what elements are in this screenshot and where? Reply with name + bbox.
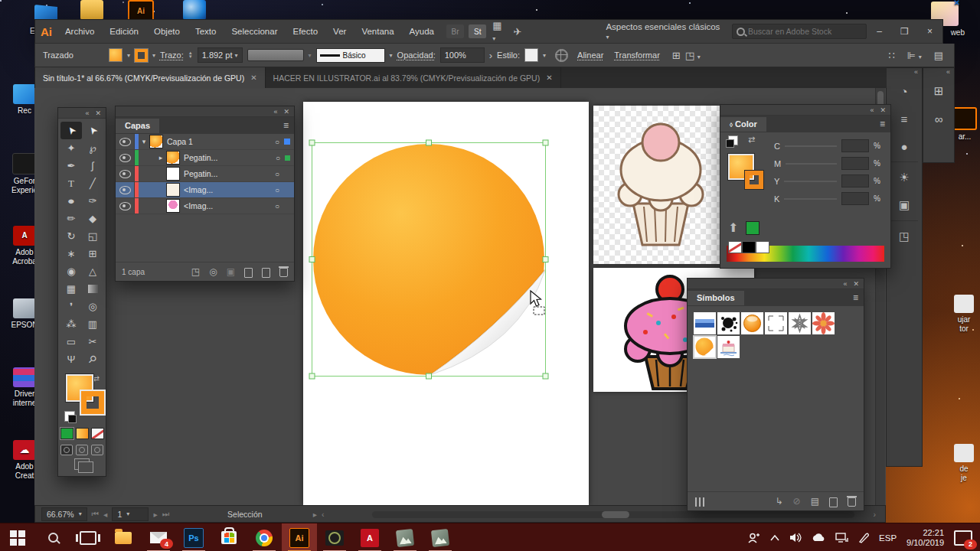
grid-options-icon[interactable]: ∷ [888, 50, 894, 61]
type-tool[interactable]: T [60, 174, 82, 192]
language-indicator[interactable]: ESP [879, 533, 897, 543]
slice-tool[interactable]: ✂ [82, 333, 103, 350]
desktop-icon-right-4[interactable]: de je [948, 444, 980, 483]
close-tab-icon[interactable]: ✕ [546, 73, 552, 82]
layer-thumbnail[interactable] [166, 167, 180, 181]
start-button[interactable] [0, 523, 35, 551]
menu-seleccionar[interactable]: Seleccionar [224, 27, 285, 36]
yellow-slider[interactable] [784, 181, 837, 182]
scrollbar-thumb[interactable] [602, 511, 629, 518]
document-tab-2[interactable]: HACER EN ILLUSTRATOR.ai al 83.79% (CMYK/… [266, 67, 561, 88]
paragraph-panel-icon[interactable]: ≡ [887, 105, 922, 132]
locate-object-icon[interactable]: ◎ [209, 266, 217, 277]
layer-thumbnail[interactable] [166, 151, 180, 165]
paintbrush-tool[interactable]: ✑ [82, 192, 103, 210]
creative-cloud-icon[interactable]: ∞ [923, 105, 954, 132]
layers-tab[interactable]: Capas [116, 119, 159, 133]
expand-chevron-icon[interactable]: ▸ [155, 154, 166, 161]
black-value-field[interactable] [841, 192, 869, 205]
menu-edicion[interactable]: Edición [102, 27, 146, 36]
visibility-toggle[interactable] [116, 182, 135, 197]
color-button[interactable] [60, 428, 74, 439]
menu-archivo[interactable]: Archivo [57, 27, 102, 36]
previous-artboard-icon[interactable]: ◂ [103, 510, 107, 519]
status-expand-icon[interactable]: ▸ [313, 510, 317, 519]
close-tab-icon[interactable]: ✕ [250, 73, 256, 82]
target-circle-icon[interactable]: ○ [271, 154, 285, 162]
magenta-slider[interactable] [786, 163, 837, 165]
mesh-tool[interactable]: ▦ [60, 280, 82, 298]
draw-inside-mode-button[interactable] [91, 445, 103, 455]
bounding-box-icon[interactable]: ⊞ [672, 50, 681, 61]
align-button[interactable]: Alinear [577, 51, 603, 60]
shape-builder-tool[interactable]: ◉ [60, 262, 82, 280]
export-panel-icon[interactable]: ◳ [887, 223, 922, 250]
perspective-grid-tool[interactable]: △ [82, 262, 103, 280]
black-slider[interactable] [784, 198, 837, 200]
layer-name[interactable]: <Imag... [184, 185, 270, 194]
network-display-icon[interactable] [835, 533, 848, 543]
bridge-button[interactable]: Br [446, 24, 464, 38]
transform-button[interactable]: Transformar [614, 51, 660, 60]
photo-app-button[interactable] [387, 523, 423, 551]
pen-icon[interactable] [858, 533, 869, 543]
scale-tool[interactable]: ◱ [82, 227, 103, 245]
adobe-stock-search-input[interactable] [732, 24, 867, 39]
collapse-panel-icon[interactable]: « [273, 108, 277, 116]
delete-layer-icon[interactable] [279, 268, 288, 277]
target-circle-icon[interactable]: ○ [270, 202, 284, 210]
pen-tool[interactable]: ✒ [60, 157, 82, 174]
curvature-tool[interactable]: ∫ [82, 157, 103, 174]
default-fill-stroke-icon[interactable] [64, 411, 75, 422]
magenta-value-field[interactable] [841, 157, 869, 170]
last-color-arrow-icon[interactable]: ⬆ [728, 220, 738, 235]
dock-options-icon[interactable]: ⊫ ▾ [907, 50, 922, 61]
stroke-swatch[interactable] [745, 171, 763, 189]
gpu-performance-icon[interactable]: ✈ [514, 26, 522, 37]
photoshop-button[interactable]: Ps [176, 523, 211, 551]
layer-row-pegatina-1[interactable]: ▸ Pegatin... ○ [116, 150, 294, 166]
hand-tool[interactable]: Ψ [60, 350, 82, 368]
place-symbol-instance-icon[interactable]: ↳ [776, 496, 783, 507]
gradient-button[interactable] [76, 428, 89, 439]
last-color-swatch[interactable] [746, 221, 760, 235]
stroke-swatch[interactable] [81, 391, 104, 414]
artboards-panel-icon[interactable]: ▣ [887, 191, 922, 219]
minimize-button[interactable]: – [867, 22, 892, 41]
zoom-tool[interactable]: ⚲ [82, 350, 103, 368]
screen-recorder-button[interactable] [317, 523, 352, 551]
symbol-mancha-tinta[interactable] [717, 312, 740, 334]
swatches-panel-icon[interactable]: ● [887, 132, 922, 160]
rotate-tool[interactable]: ↻ [60, 227, 82, 245]
artboard-tool[interactable]: ▭ [60, 333, 82, 350]
stroke-weight-stepper[interactable]: ▲▼ [188, 51, 193, 59]
panel-list-icon[interactable]: ▤ [934, 50, 943, 61]
line-segment-tool[interactable]: ╱ [82, 174, 103, 192]
chevron-down-icon[interactable]: ▾ [127, 52, 130, 59]
opacity-label[interactable]: Opacidad: [397, 51, 436, 60]
magic-wand-tool[interactable]: ✦ [60, 139, 82, 157]
gradient-tool[interactable] [82, 280, 103, 298]
action-center-icon[interactable]: 2 [954, 530, 972, 546]
opacity-value[interactable]: 100% [440, 47, 485, 63]
first-artboard-icon[interactable]: ⏮ [92, 509, 99, 519]
acrobat-button[interactable]: A [352, 523, 387, 551]
symbol-sprayer-tool[interactable]: ⁂ [60, 315, 82, 333]
sticker-artwork[interactable] [303, 102, 589, 505]
eraser-tool[interactable]: ◆ [82, 210, 103, 227]
hidden-icons-chevron[interactable] [770, 535, 779, 541]
expand-chevron-icon[interactable]: ▾ [139, 138, 149, 145]
layer-name[interactable]: Pegatin... [184, 153, 271, 162]
none-swatch[interactable] [728, 241, 742, 253]
file-explorer-button[interactable] [106, 523, 141, 551]
target-circle-icon[interactable]: ○ [270, 138, 284, 146]
yellow-value-field[interactable] [841, 174, 869, 187]
symbol-options-icon[interactable]: ▤ [811, 496, 819, 507]
make-mask-icon[interactable]: ▣ [227, 266, 235, 277]
new-sublayer-icon[interactable] [244, 268, 253, 278]
visibility-toggle[interactable] [116, 150, 135, 165]
photo-app-2-button[interactable] [423, 523, 458, 551]
close-panel-icon[interactable]: ✕ [853, 280, 859, 288]
symbol-marcas-registro[interactable] [765, 312, 787, 334]
eyedropper-tool[interactable]: ❜ [60, 298, 82, 315]
